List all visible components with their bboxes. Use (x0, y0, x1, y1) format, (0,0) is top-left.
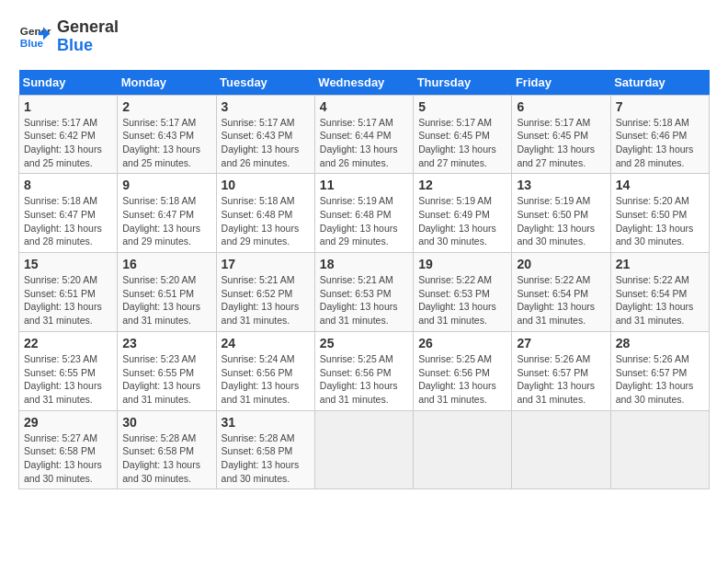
calendar-cell: 7 Sunrise: 5:18 AMSunset: 6:46 PMDayligh… (610, 95, 709, 174)
day-info: Sunrise: 5:18 AMSunset: 6:47 PMDaylight:… (122, 194, 210, 248)
day-number: 31 (222, 415, 310, 430)
calendar-body: 1 Sunrise: 5:17 AMSunset: 6:42 PMDayligh… (19, 95, 710, 489)
day-info: Sunrise: 5:17 AMSunset: 6:43 PMDaylight:… (122, 116, 210, 170)
calendar-cell: 28 Sunrise: 5:26 AMSunset: 6:57 PMDaylig… (610, 331, 709, 410)
day-info: Sunrise: 5:18 AMSunset: 6:48 PMDaylight:… (222, 194, 310, 248)
day-info: Sunrise: 5:17 AMSunset: 6:44 PMDaylight:… (320, 116, 408, 170)
day-info: Sunrise: 5:18 AMSunset: 6:47 PMDaylight:… (24, 194, 112, 248)
day-info: Sunrise: 5:18 AMSunset: 6:46 PMDaylight:… (616, 116, 704, 170)
calendar-cell: 29 Sunrise: 5:27 AMSunset: 6:58 PMDaylig… (19, 410, 118, 489)
day-number: 23 (122, 336, 210, 350)
day-info: Sunrise: 5:26 AMSunset: 6:57 PMDaylight:… (517, 352, 605, 407)
dow-header-sunday: Sunday (19, 70, 118, 96)
day-number: 30 (122, 415, 210, 430)
calendar-cell: 6 Sunrise: 5:17 AMSunset: 6:45 PMDayligh… (512, 95, 610, 174)
calendar-cell: 27 Sunrise: 5:26 AMSunset: 6:57 PMDaylig… (512, 331, 610, 410)
calendar-cell: 18 Sunrise: 5:21 AMSunset: 6:53 PMDaylig… (314, 253, 413, 332)
day-number: 8 (24, 178, 112, 192)
week-row-2: 8 Sunrise: 5:18 AMSunset: 6:47 PMDayligh… (19, 174, 710, 253)
day-info: Sunrise: 5:20 AMSunset: 6:50 PMDaylight:… (616, 194, 704, 248)
day-number: 15 (24, 257, 112, 271)
calendar-cell: 5 Sunrise: 5:17 AMSunset: 6:45 PMDayligh… (414, 95, 512, 174)
day-info: Sunrise: 5:22 AMSunset: 6:54 PMDaylight:… (616, 273, 704, 327)
calendar-cell: 10 Sunrise: 5:18 AMSunset: 6:48 PMDaylig… (216, 174, 314, 253)
day-info: Sunrise: 5:28 AMSunset: 6:58 PMDaylight:… (222, 431, 310, 486)
day-number: 4 (320, 99, 408, 114)
day-info: Sunrise: 5:20 AMSunset: 6:51 PMDaylight:… (122, 273, 210, 327)
day-number: 6 (517, 99, 605, 114)
day-number: 12 (418, 178, 506, 192)
day-number: 5 (418, 99, 506, 114)
week-row-1: 1 Sunrise: 5:17 AMSunset: 6:42 PMDayligh… (19, 95, 710, 174)
calendar-cell: 1 Sunrise: 5:17 AMSunset: 6:42 PMDayligh… (19, 95, 118, 174)
logo-icon: General Blue (18, 20, 51, 53)
dow-header-monday: Monday (118, 70, 216, 96)
calendar-cell: 24 Sunrise: 5:24 AMSunset: 6:56 PMDaylig… (216, 331, 314, 410)
calendar-cell: 19 Sunrise: 5:22 AMSunset: 6:53 PMDaylig… (414, 253, 512, 332)
calendar-cell: 8 Sunrise: 5:18 AMSunset: 6:47 PMDayligh… (19, 174, 118, 253)
calendar-cell: 12 Sunrise: 5:19 AMSunset: 6:49 PMDaylig… (414, 174, 512, 253)
day-number: 20 (517, 257, 605, 271)
dow-header-friday: Friday (512, 70, 610, 96)
calendar-cell: 23 Sunrise: 5:23 AMSunset: 6:55 PMDaylig… (118, 331, 216, 410)
calendar-cell: 15 Sunrise: 5:20 AMSunset: 6:51 PMDaylig… (19, 253, 118, 332)
calendar-cell: 14 Sunrise: 5:20 AMSunset: 6:50 PMDaylig… (610, 174, 709, 253)
day-info: Sunrise: 5:17 AMSunset: 6:45 PMDaylight:… (517, 116, 605, 170)
day-info: Sunrise: 5:25 AMSunset: 6:56 PMDaylight:… (320, 352, 408, 407)
week-row-5: 29 Sunrise: 5:27 AMSunset: 6:58 PMDaylig… (19, 410, 710, 489)
calendar-cell: 17 Sunrise: 5:21 AMSunset: 6:52 PMDaylig… (216, 253, 314, 332)
day-number: 1 (24, 99, 112, 114)
day-info: Sunrise: 5:19 AMSunset: 6:48 PMDaylight:… (320, 194, 408, 248)
logo-text: General Blue (57, 18, 119, 55)
day-info: Sunrise: 5:17 AMSunset: 6:45 PMDaylight:… (418, 116, 506, 170)
day-info: Sunrise: 5:23 AMSunset: 6:55 PMDaylight:… (122, 352, 210, 407)
svg-text:Blue: Blue (20, 37, 44, 49)
calendar-cell: 16 Sunrise: 5:20 AMSunset: 6:51 PMDaylig… (118, 253, 216, 332)
day-number: 18 (320, 257, 408, 271)
dow-header-tuesday: Tuesday (216, 70, 314, 96)
day-number: 17 (222, 257, 310, 271)
day-number: 28 (616, 336, 704, 350)
page-header: General Blue General Blue (18, 18, 710, 55)
day-number: 10 (222, 178, 310, 192)
calendar-cell: 2 Sunrise: 5:17 AMSunset: 6:43 PMDayligh… (118, 95, 216, 174)
day-info: Sunrise: 5:19 AMSunset: 6:49 PMDaylight:… (418, 194, 506, 248)
day-number: 26 (418, 336, 506, 350)
day-info: Sunrise: 5:19 AMSunset: 6:50 PMDaylight:… (517, 194, 605, 248)
calendar-cell (314, 410, 413, 489)
calendar-table: SundayMondayTuesdayWednesdayThursdayFrid… (18, 70, 710, 490)
day-info: Sunrise: 5:23 AMSunset: 6:55 PMDaylight:… (24, 352, 112, 407)
day-number: 25 (320, 336, 408, 350)
day-number: 19 (418, 257, 506, 271)
day-number: 21 (616, 257, 704, 271)
dow-header-thursday: Thursday (414, 70, 512, 96)
day-number: 11 (320, 178, 408, 192)
day-info: Sunrise: 5:21 AMSunset: 6:53 PMDaylight:… (320, 273, 408, 327)
day-info: Sunrise: 5:22 AMSunset: 6:54 PMDaylight:… (517, 273, 605, 327)
calendar-cell: 26 Sunrise: 5:25 AMSunset: 6:56 PMDaylig… (414, 331, 512, 410)
day-number: 24 (222, 336, 310, 350)
calendar-cell: 9 Sunrise: 5:18 AMSunset: 6:47 PMDayligh… (118, 174, 216, 253)
calendar-cell (414, 410, 512, 489)
day-info: Sunrise: 5:27 AMSunset: 6:58 PMDaylight:… (24, 431, 112, 486)
calendar-cell: 20 Sunrise: 5:22 AMSunset: 6:54 PMDaylig… (512, 253, 610, 332)
day-number: 29 (24, 415, 112, 430)
day-number: 16 (122, 257, 210, 271)
day-info: Sunrise: 5:25 AMSunset: 6:56 PMDaylight:… (418, 352, 506, 407)
day-number: 2 (122, 99, 210, 114)
dow-header-wednesday: Wednesday (314, 70, 413, 96)
day-number: 14 (616, 178, 704, 192)
day-number: 22 (24, 336, 112, 350)
day-number: 7 (616, 99, 704, 114)
day-info: Sunrise: 5:24 AMSunset: 6:56 PMDaylight:… (222, 352, 310, 407)
calendar-cell: 22 Sunrise: 5:23 AMSunset: 6:55 PMDaylig… (19, 331, 118, 410)
calendar-cell: 25 Sunrise: 5:25 AMSunset: 6:56 PMDaylig… (314, 331, 413, 410)
calendar-cell: 13 Sunrise: 5:19 AMSunset: 6:50 PMDaylig… (512, 174, 610, 253)
dow-header-saturday: Saturday (610, 70, 709, 96)
calendar-cell: 3 Sunrise: 5:17 AMSunset: 6:43 PMDayligh… (216, 95, 314, 174)
calendar-cell: 30 Sunrise: 5:28 AMSunset: 6:58 PMDaylig… (118, 410, 216, 489)
calendar-cell (610, 410, 709, 489)
day-info: Sunrise: 5:20 AMSunset: 6:51 PMDaylight:… (24, 273, 112, 327)
day-number: 3 (222, 99, 310, 114)
calendar-cell: 21 Sunrise: 5:22 AMSunset: 6:54 PMDaylig… (610, 253, 709, 332)
